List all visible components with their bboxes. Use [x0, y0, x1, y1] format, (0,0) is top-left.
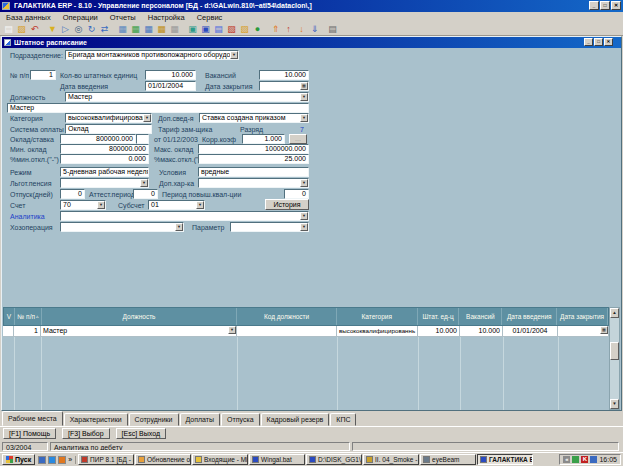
parametr-field[interactable]: ▼ [230, 222, 309, 232]
last-record-icon[interactable]: ⇓ [308, 23, 321, 35]
subschet-field[interactable]: 01 ▼ [148, 200, 205, 210]
grid-edit-icon[interactable]: ▦ [116, 23, 129, 35]
calendar-icon[interactable]: ▦ [300, 82, 308, 90]
grid-calc-icon[interactable]: ▦ [155, 23, 168, 35]
dolzhnost-field[interactable]: Мастер ▼ [65, 92, 309, 102]
dropdown-arrow-icon[interactable]: ▼ [300, 212, 308, 220]
print-icon[interactable]: ▤ [326, 23, 339, 35]
grid-delete-icon[interactable]: ▦ [168, 23, 181, 35]
istoriya-button[interactable]: История [265, 199, 309, 210]
table-row[interactable]: 1Мастер▼высококвалифицированнь10.00010.0… [3, 326, 609, 337]
minimize-button[interactable]: _ [589, 1, 599, 10]
menu-item-4[interactable]: Настройка [142, 12, 191, 23]
inner-maximize-button[interactable]: □ [594, 38, 603, 46]
attest-period-field[interactable]: 0 [133, 189, 158, 199]
schet-field[interactable]: 70 ▼ [60, 200, 106, 210]
column-header-kod[interactable]: Код должности [237, 308, 337, 325]
scroll-down-icon[interactable]: ▼ [610, 399, 619, 409]
inner-close-button[interactable]: ✕ [604, 38, 613, 46]
cell-sel[interactable] [3, 326, 14, 337]
period-povysh-field[interactable]: 0 [284, 189, 309, 199]
taskbar-task-3[interactable]: Входящие - Micr... [192, 454, 248, 465]
kaspersky-icon[interactable]: K [581, 456, 588, 463]
column-header-vved[interactable]: Дата введения [502, 308, 557, 325]
menu-item-3[interactable]: Отчеты [104, 12, 142, 23]
oklad-stavka-field[interactable]: 800000.000 [60, 134, 136, 144]
network-icon[interactable] [590, 456, 597, 463]
sistema-oplaty-field[interactable]: Оклад [65, 124, 152, 134]
next-record-icon[interactable]: ↓ [295, 23, 308, 35]
cell-npp[interactable]: 1 [14, 326, 41, 337]
first-record-icon[interactable]: ⇑ [269, 23, 282, 35]
taskbar-task-4[interactable]: Wingal.bat [249, 454, 305, 465]
column-header-sel[interactable]: V [4, 308, 15, 325]
media-player-icon[interactable] [58, 456, 66, 464]
taskbar-task-8[interactable]: ГАЛАКТИКА ER... [477, 454, 533, 465]
quicklaunch-overflow-icon[interactable]: » [68, 456, 72, 463]
mail-icon[interactable]: ▧ [225, 23, 238, 35]
tab-7[interactable]: КПС [330, 413, 356, 426]
doc-next-icon[interactable]: ▷ [59, 23, 72, 35]
calendar-icon[interactable]: ▦ [600, 326, 608, 334]
maximize-button[interactable]: □ [600, 1, 610, 10]
menu-item-5[interactable]: Сервис [191, 12, 229, 23]
grid-view-icon[interactable]: ▦ [142, 23, 155, 35]
dop-harka-field[interactable]: ▼ [198, 178, 309, 188]
scrollbar-thumb[interactable] [610, 342, 619, 360]
analitika-field[interactable]: ▼ [60, 211, 309, 221]
fkey-button-3[interactable]: [Esc] Выход [116, 428, 166, 439]
globe-icon[interactable]: ● [251, 23, 264, 35]
tab-2[interactable]: Характеристики [64, 413, 128, 426]
tab-1[interactable]: Рабочие места [2, 411, 63, 426]
start-button[interactable]: Пуск [2, 454, 35, 465]
column-header-dolzhnost[interactable]: Должность [42, 308, 237, 325]
lgot-pensiya-field[interactable]: ▼ [60, 178, 149, 188]
cell-zakr[interactable]: ▦ [558, 326, 609, 337]
cell-shtat[interactable]: 10.000 [418, 326, 460, 337]
antivirus-icon[interactable] [572, 456, 579, 463]
swap-icon[interactable]: ⇄ [98, 23, 111, 35]
column-header-vakansiy[interactable]: Вакансий [459, 308, 502, 325]
open-folder-icon[interactable]: ▨ [15, 23, 28, 35]
cell-kategoria[interactable]: высококвалифицированнь [337, 326, 418, 337]
taskbar-task-1[interactable]: ПИР 8.1 [БД - PL... [78, 454, 134, 465]
image-icon[interactable]: ▣ [186, 23, 199, 35]
column-header-shtat[interactable]: Штат. ед-ц [418, 308, 460, 325]
undo-icon[interactable]: ↶ [28, 23, 41, 35]
usloviya-field[interactable]: вредные [198, 167, 309, 177]
inner-minimize-button[interactable]: _ [584, 38, 593, 46]
menu-item-2[interactable]: Операции [57, 12, 104, 23]
vakansiy-field[interactable]: 10.000 [259, 70, 309, 80]
dropdown-arrow-icon[interactable]: ▼ [97, 201, 105, 209]
taskbar-task-2[interactable]: Обновление окс... [135, 454, 191, 465]
tab-4[interactable]: Доплаты [180, 413, 221, 426]
tab-6[interactable]: Кадровый резерв [261, 413, 330, 426]
kategoria-field[interactable]: высококвалифицированные р ▼ [65, 113, 152, 123]
otpusk-field[interactable]: 0 [60, 189, 85, 199]
close-button[interactable]: ✕ [611, 1, 621, 10]
cell-dolzhnost[interactable]: Мастер▼ [41, 326, 237, 337]
grid-add-icon[interactable]: ▦ [129, 23, 142, 35]
column-header-kategoria[interactable]: Категория [337, 308, 418, 325]
dop-sved-field[interactable]: Ставка создана приказом ▼ [199, 113, 309, 123]
fkey-button-2[interactable]: [F3] Выбор [62, 428, 110, 439]
dropdown-arrow-icon[interactable]: ▼ [300, 179, 308, 187]
dropdown-arrow-icon[interactable]: ▼ [300, 93, 308, 101]
dropdown-arrow-icon[interactable]: ▼ [230, 51, 238, 59]
new-doc-icon[interactable]: ▤ [2, 23, 15, 35]
refresh-icon[interactable]: ↻ [85, 23, 98, 35]
column-header-npp[interactable]: № п/п▵ [15, 308, 42, 325]
taskbar-task-5[interactable]: D:\DISK_GG1\Д... [306, 454, 362, 465]
show-desktop-icon[interactable] [38, 456, 46, 464]
folder-icon[interactable]: ▨ [238, 23, 251, 35]
cell-vakansiy[interactable]: 10.000 [460, 326, 503, 337]
hozoperatsiya-field[interactable]: ▼ [60, 222, 184, 232]
internet-explorer-icon[interactable] [48, 456, 56, 464]
dropdown-arrow-icon[interactable]: ▼ [175, 223, 183, 231]
npp-field[interactable]: 1 [30, 70, 56, 80]
data-zakrytiya-field[interactable]: ▦ [259, 81, 309, 91]
maks-otkl-field[interactable]: 25.000 [198, 154, 309, 164]
min-otkl-field[interactable]: 0.000 [60, 154, 149, 164]
dropdown-arrow-icon[interactable]: ▼ [143, 114, 151, 122]
menu-item-1[interactable]: База данных [0, 12, 57, 23]
